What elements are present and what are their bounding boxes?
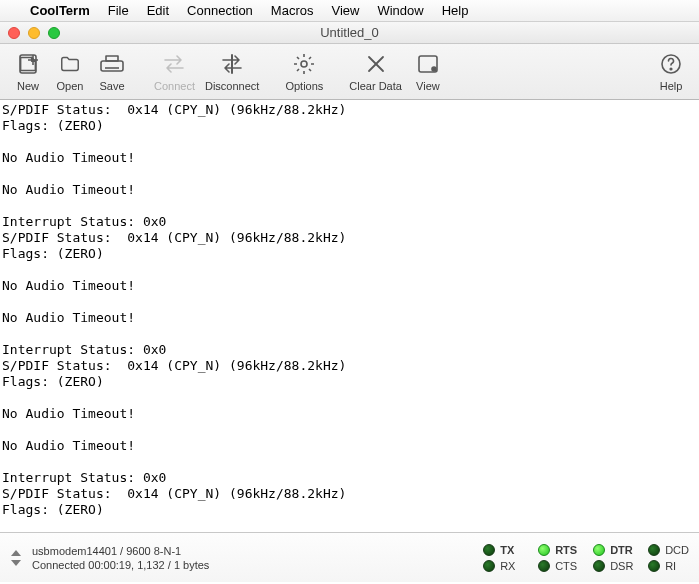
clear-x-icon <box>363 51 389 77</box>
new-label: New <box>17 80 39 92</box>
folder-open-icon <box>57 51 83 77</box>
menu-help[interactable]: Help <box>442 3 469 18</box>
connect-button[interactable]: Connect <box>150 49 199 94</box>
led-ri: RI <box>648 560 689 572</box>
macos-menubar: CoolTerm File Edit Connection Macros Vie… <box>0 0 699 22</box>
window-minimize-button[interactable] <box>28 27 40 39</box>
view-button[interactable]: View <box>408 49 448 94</box>
help-label: Help <box>660 80 683 92</box>
menu-connection[interactable]: Connection <box>187 3 253 18</box>
open-button[interactable]: Open <box>50 49 90 94</box>
toolbar: New Open Save Connect Disconnect <box>0 44 699 100</box>
connect-arrows-icon <box>161 51 187 77</box>
open-label: Open <box>57 80 84 92</box>
led-tx: TX <box>483 544 524 556</box>
serial-leds: TX RTS DTR DCD RX CTS DSR RI <box>483 544 689 572</box>
menu-view[interactable]: View <box>331 3 359 18</box>
traffic-lights <box>8 27 60 39</box>
status-bar: usbmodem14401 / 9600 8-N-1 Connected 00:… <box>0 532 699 582</box>
clear-data-button[interactable]: Clear Data <box>345 49 406 94</box>
printer-icon <box>99 51 125 77</box>
connect-label: Connect <box>154 80 195 92</box>
svg-point-11 <box>432 67 436 71</box>
led-dtr: DTR <box>593 544 634 556</box>
port-label: usbmodem14401 / 9600 8-N-1 <box>32 545 209 557</box>
options-label: Options <box>285 80 323 92</box>
svg-point-7 <box>301 61 307 67</box>
window-close-button[interactable] <box>8 27 20 39</box>
led-dcd: DCD <box>648 544 689 556</box>
disconnect-label: Disconnect <box>205 80 259 92</box>
help-circle-icon <box>658 51 684 77</box>
led-dsr: DSR <box>593 560 634 572</box>
help-button[interactable]: Help <box>651 49 691 94</box>
new-button[interactable]: New <box>8 49 48 94</box>
app-name-menu[interactable]: CoolTerm <box>30 3 90 18</box>
menu-file[interactable]: File <box>108 3 129 18</box>
led-rts: RTS <box>538 544 579 556</box>
menu-edit[interactable]: Edit <box>147 3 169 18</box>
menu-macros[interactable]: Macros <box>271 3 314 18</box>
clear-label: Clear Data <box>349 80 402 92</box>
save-label: Save <box>99 80 124 92</box>
led-cts: CTS <box>538 560 579 572</box>
connection-activity-icon <box>10 550 22 566</box>
svg-point-13 <box>670 68 672 70</box>
connected-label: Connected 00:00:19, 1,132 / 1 bytes <box>32 559 209 571</box>
new-document-icon <box>15 51 41 77</box>
view-hex-icon <box>415 51 441 77</box>
menu-window[interactable]: Window <box>377 3 423 18</box>
window-titlebar: Untitled_0 <box>0 22 699 44</box>
led-rx: RX <box>483 560 524 572</box>
connection-info: usbmodem14401 / 9600 8-N-1 Connected 00:… <box>32 545 209 571</box>
options-button[interactable]: Options <box>281 49 327 94</box>
save-button[interactable]: Save <box>92 49 132 94</box>
svg-rect-4 <box>106 56 118 61</box>
view-label: View <box>416 80 440 92</box>
window-maximize-button[interactable] <box>48 27 60 39</box>
svg-rect-3 <box>101 61 123 71</box>
window-title: Untitled_0 <box>0 25 699 40</box>
disconnect-arrows-icon <box>219 51 245 77</box>
gear-icon <box>291 51 317 77</box>
terminal-output[interactable]: S/PDIF Status: 0x14 (CPY_N) (96kHz/88.2k… <box>0 100 699 532</box>
disconnect-button[interactable]: Disconnect <box>201 49 263 94</box>
